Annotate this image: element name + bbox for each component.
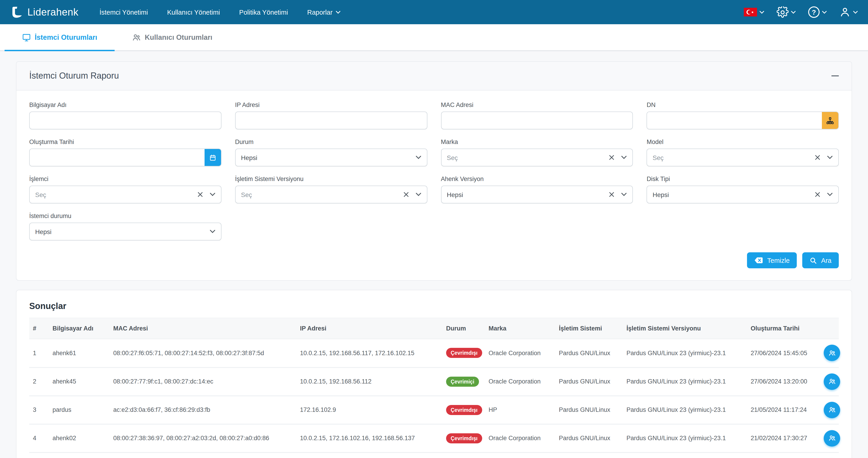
- col-os: İşletim Sistemi: [555, 318, 623, 339]
- language-selector[interactable]: [744, 8, 764, 17]
- cell-computer-name: ahenk01: [49, 452, 110, 458]
- ahenk-version-select[interactable]: Hepsi: [441, 185, 633, 203]
- user-sessions-button[interactable]: [824, 402, 840, 418]
- status-badge: Çevrimdışı: [446, 433, 482, 443]
- cell-mac: ac:e2:d3:0a:66:f7, 36:cf:86:29:d3:fb: [110, 396, 296, 424]
- clear-button-label: Temizle: [767, 257, 790, 264]
- chevron-down-icon: [759, 10, 764, 14]
- user-sessions-button[interactable]: [824, 345, 840, 361]
- clear-icon[interactable]: [403, 192, 409, 197]
- chevron-down-icon: [621, 155, 627, 160]
- field-label: DN: [647, 102, 839, 108]
- calendar-button[interactable]: [205, 149, 221, 166]
- clear-icon[interactable]: [609, 192, 615, 197]
- cell-actions: [820, 367, 839, 396]
- cell-index: 2: [29, 367, 49, 396]
- col-actions: [820, 318, 839, 339]
- navbar-right: ?: [744, 6, 858, 18]
- select-value: Seç: [241, 191, 403, 198]
- field-label: İşlemci: [29, 175, 221, 182]
- users-icon: [828, 434, 836, 442]
- cell-brand: Oracle Corporation: [485, 367, 555, 396]
- filter-grid: Bilgisayar Adı IP Adresi MAC Adresi DN: [29, 102, 839, 240]
- tab-istemci-oturumlari[interactable]: İstemci Oturumları: [5, 24, 115, 50]
- field-label: Model: [647, 139, 839, 145]
- collapse-icon[interactable]: [832, 76, 839, 76]
- user-sessions-button[interactable]: [824, 430, 840, 446]
- cell-index: 5: [29, 452, 49, 458]
- menu-item-raporlar[interactable]: Raporlar: [307, 8, 341, 16]
- user-menu[interactable]: [839, 6, 858, 18]
- menu-item-kullanici-yonetimi[interactable]: Kullanıcı Yönetimi: [167, 8, 220, 16]
- tab-label: Kullanıcı Oturumları: [145, 33, 212, 41]
- brand-logo[interactable]: Liderahenk: [10, 5, 79, 19]
- clear-icon[interactable]: [814, 192, 820, 197]
- brand-select[interactable]: Seç: [441, 148, 633, 166]
- cell-os-version: Pardus GNU/Linux 23 (yirmiuc)-23.1: [623, 339, 747, 367]
- mac-address-input[interactable]: [441, 112, 633, 130]
- ip-address-input[interactable]: [235, 112, 427, 130]
- date-input-group: [29, 148, 221, 166]
- help-menu[interactable]: ?: [808, 6, 827, 18]
- client-status-select[interactable]: Hepsi: [29, 223, 221, 240]
- table-header-row: # Bilgisayar Adı MAC Adresi IP Adresi Du…: [29, 318, 839, 339]
- user-sessions-button[interactable]: [824, 373, 840, 390]
- cell-mac: 08:00:27:eb:94:4b, 08:00:27:1c:35:9a, 08…: [110, 452, 296, 458]
- dn-tree-button[interactable]: [822, 112, 838, 129]
- field-model: Model Seç: [647, 139, 839, 166]
- field-mac-address: MAC Adresi: [441, 102, 633, 130]
- cell-mac: 08:00:27:38:36:97, 08:00:27:a2:03:2d, 08…: [110, 424, 296, 452]
- cell-ip: 10.0.2.15, 192.168.56.112: [296, 367, 442, 396]
- top-navbar: Liderahenk İstemci Yönetimi Kullanıcı Yö…: [0, 0, 868, 24]
- cell-os: Pardus GNU/Linux: [555, 452, 623, 458]
- status-select[interactable]: Hepsi: [235, 148, 427, 166]
- settings-menu[interactable]: [777, 6, 796, 18]
- clear-icon[interactable]: [814, 154, 820, 161]
- field-label: Marka: [441, 139, 633, 145]
- field-label: Oluşturma Tarihi: [29, 139, 221, 145]
- tab-kullanici-oturumlari[interactable]: Kullanıcı Oturumları: [115, 24, 230, 50]
- cell-created: 27/06/2024 15:45:05: [747, 339, 820, 367]
- clear-button[interactable]: Temizle: [747, 252, 797, 268]
- cell-index: 4: [29, 424, 49, 452]
- cell-mac: 08:00:27:f6:05:71, 08:00:27:14:52:f3, 08…: [110, 339, 296, 367]
- user-icon: [839, 6, 851, 18]
- brand-name: Liderahenk: [27, 6, 79, 18]
- select-value: Hepsi: [653, 191, 815, 198]
- menu-item-istemci-yonetimi[interactable]: İstemci Yönetimi: [99, 8, 148, 16]
- search-button[interactable]: Ara: [803, 252, 839, 268]
- users-icon: [828, 406, 836, 414]
- field-label: Bilgisayar Adı: [29, 102, 221, 108]
- cpu-select[interactable]: Seç: [29, 185, 221, 203]
- field-brand: Marka Seç: [441, 139, 633, 166]
- calendar-icon: [209, 154, 216, 161]
- field-label: Disk Tipi: [647, 175, 839, 182]
- table-row: 4 ahenk02 08:00:27:38:36:97, 08:00:27:a2…: [29, 424, 839, 452]
- users-icon: [132, 33, 141, 42]
- computer-name-input[interactable]: [29, 112, 221, 130]
- filter-card: İstemci Oturum Raporu Bilgisayar Adı IP …: [16, 61, 852, 281]
- session-tabs: İstemci Oturumları Kullanıcı Oturumları: [0, 24, 868, 51]
- field-os-version: İşletim Sistemi Versiyonu Seç: [235, 175, 427, 203]
- os-version-select[interactable]: Seç: [235, 185, 427, 203]
- clear-icon[interactable]: [609, 154, 615, 161]
- select-value: Hepsi: [241, 154, 415, 161]
- status-badge: Çevrimdışı: [446, 405, 482, 415]
- results-table: # Bilgisayar Adı MAC Adresi IP Adresi Du…: [29, 318, 839, 458]
- monitor-icon: [22, 33, 31, 42]
- cell-status: Çevrimiçi: [442, 367, 485, 396]
- field-status: Durum Hepsi: [235, 139, 427, 166]
- menu-item-politika-yonetimi[interactable]: Politika Yönetimi: [239, 8, 288, 16]
- clear-icon[interactable]: [197, 192, 203, 197]
- created-date-input[interactable]: [30, 149, 205, 166]
- cell-brand: HP: [485, 396, 555, 424]
- page: Liderahenk İstemci Yönetimi Kullanıcı Yö…: [0, 0, 868, 458]
- field-label: İşletim Sistemi Versiyonu: [235, 175, 427, 182]
- cell-ip: 172.16.102.9: [296, 396, 442, 424]
- cell-status: Çevrimdışı: [442, 452, 485, 458]
- cell-actions: [820, 339, 839, 367]
- disk-type-select[interactable]: Hepsi: [647, 185, 839, 203]
- cell-os-version: Pardus GNU/Linux 23 (yirmiuc)-23.0: [623, 452, 747, 458]
- dn-input[interactable]: [647, 112, 822, 129]
- model-select[interactable]: Seç: [647, 148, 839, 166]
